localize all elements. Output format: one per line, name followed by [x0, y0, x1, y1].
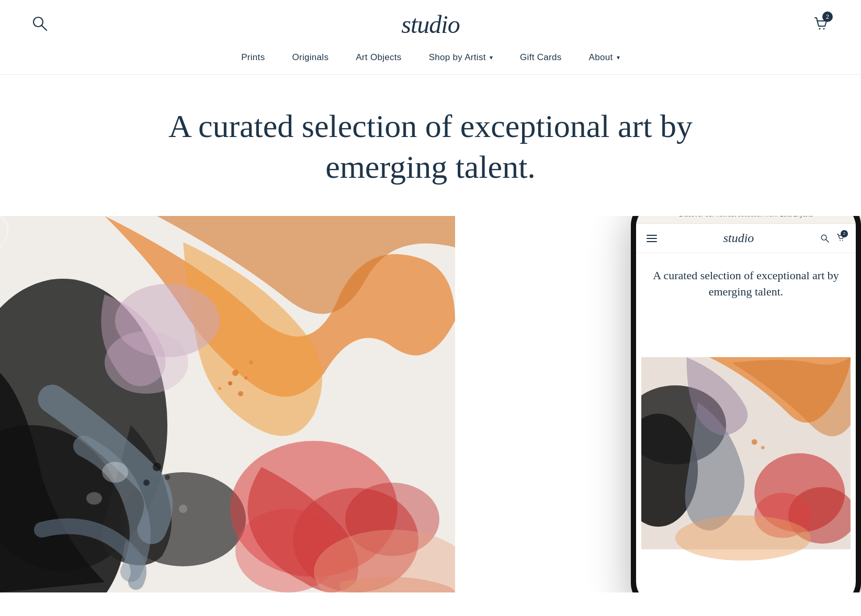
svg-point-30: [842, 239, 843, 241]
nav-item-shop-by-artist[interactable]: Shop by Artist ▾: [429, 52, 493, 63]
hero-section: A curated selection of exceptional art b…: [0, 75, 861, 592]
svg-point-26: [143, 480, 150, 486]
phone-menu-button[interactable]: [647, 235, 657, 242]
site-header: studio 2: [0, 0, 861, 43]
svg-point-3: [823, 28, 825, 30]
svg-point-25: [165, 475, 170, 480]
svg-point-18: [232, 370, 239, 376]
svg-point-16: [86, 492, 102, 505]
search-button[interactable]: [31, 15, 48, 32]
search-icon: [31, 15, 48, 32]
phone-search-icon[interactable]: [820, 234, 830, 243]
svg-point-2: [819, 28, 821, 30]
phone-hero-text: A curated selection of exceptional art b…: [636, 253, 856, 309]
hero-visual: Discover our newest collection from Leia…: [0, 216, 861, 592]
phone-logo[interactable]: studio: [723, 231, 754, 245]
cart-button[interactable]: 2: [812, 15, 830, 32]
svg-point-27: [821, 235, 826, 240]
hamburger-line: [647, 241, 657, 242]
chevron-down-icon: ▾: [617, 54, 620, 61]
nav-item-gift-cards[interactable]: Gift Cards: [520, 52, 562, 63]
phone-header: studio 2: [636, 224, 856, 253]
hero-artwork: [0, 216, 455, 592]
main-nav: Prints Originals Art Objects Shop by Art…: [0, 43, 861, 75]
svg-point-29: [840, 239, 841, 241]
svg-point-17: [179, 505, 187, 513]
nav-item-originals[interactable]: Originals: [292, 52, 328, 63]
phone-header-icons: 2: [820, 233, 845, 244]
chevron-down-icon: ▾: [490, 54, 493, 61]
phone-mockup: Discover our newest collection from Leia…: [631, 216, 861, 592]
cart-badge: 2: [822, 12, 833, 22]
phone-cart-button[interactable]: 2: [836, 233, 845, 244]
svg-point-19: [244, 377, 247, 380]
svg-line-28: [826, 239, 829, 242]
svg-point-21: [238, 391, 243, 396]
phone-screen: Discover our newest collection from Leia…: [636, 216, 856, 592]
svg-point-38: [761, 446, 764, 449]
svg-point-15: [102, 462, 128, 483]
svg-point-24: [153, 463, 161, 471]
svg-point-20: [228, 381, 232, 385]
svg-point-37: [752, 439, 757, 444]
svg-line-1: [42, 26, 47, 30]
phone-announcement-banner: Discover our newest collection from Leia…: [636, 216, 856, 224]
nav-item-about[interactable]: About ▾: [589, 52, 620, 63]
hero-headline: A curated selection of exceptional art b…: [0, 106, 861, 187]
svg-point-22: [249, 360, 253, 364]
site-logo[interactable]: studio: [401, 8, 459, 39]
phone-cart-badge: 2: [841, 230, 848, 237]
svg-point-39: [675, 515, 811, 560]
hamburger-line: [647, 238, 657, 239]
phone-art-thumbnail: [641, 309, 851, 592]
svg-point-23: [218, 387, 221, 390]
nav-item-prints[interactable]: Prints: [241, 52, 265, 63]
hamburger-line: [647, 235, 657, 236]
watercolor-painting: [0, 216, 455, 592]
phone-artwork-image: [641, 309, 851, 592]
nav-item-art-objects[interactable]: Art Objects: [356, 52, 401, 63]
